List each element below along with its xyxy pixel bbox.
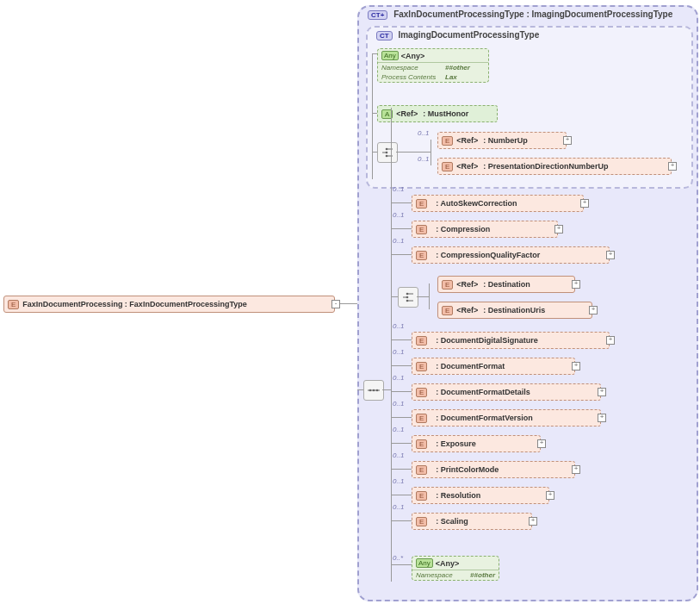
svg-point-2 — [386, 152, 388, 154]
any-top-pc-val: Lax — [445, 73, 457, 81]
occurrence: 0..1 — [393, 211, 404, 219]
connector — [429, 283, 430, 309]
svg-point-12 — [406, 296, 409, 299]
expand-icon[interactable]: + — [563, 136, 572, 145]
ct-inner-title: CT ImagingDocumentProcessingType — [376, 30, 539, 40]
connector — [391, 564, 412, 565]
element-documentformatversion: E: DocumentFormatVersion — [412, 409, 601, 427]
connector — [391, 202, 412, 203]
connector — [391, 296, 398, 297]
element-badge: E — [442, 280, 453, 290]
connector — [372, 53, 373, 179]
ref-label: <Ref> — [456, 162, 478, 171]
connector — [391, 469, 412, 470]
element-name: : CompressionQualityFactor — [436, 251, 540, 259]
element-autoskewcorrection: E: AutoSkewCorrection — [412, 195, 584, 212]
expand-icon[interactable]: - — [331, 300, 340, 308]
element-resolution: E: Resolution — [412, 487, 549, 504]
connector — [391, 108, 392, 582]
choice-compositor-inner — [377, 142, 398, 163]
expand-icon[interactable]: + — [554, 225, 563, 234]
expand-icon[interactable]: + — [537, 439, 546, 448]
element-badge: E — [416, 465, 427, 475]
element-destinationuris: E <Ref> : DestinationUris — [437, 302, 592, 319]
expand-icon[interactable]: + — [572, 465, 580, 474]
ref-label: <Ref> — [456, 136, 478, 145]
element-badge: E — [416, 336, 427, 346]
expand-icon[interactable]: + — [546, 491, 554, 500]
element-name: : PresentationDirectionNumberUp — [483, 162, 608, 171]
occurrence: 0..* — [393, 554, 403, 562]
sequence-compositor-main — [363, 380, 384, 401]
occurrence: 0..1 — [393, 237, 404, 245]
expand-icon[interactable]: + — [606, 251, 615, 259]
ct-outer-name: FaxInDocumentProcessingType : ImagingDoc… — [393, 9, 672, 19]
occurrence: 0..1 — [393, 185, 404, 193]
element-badge: E — [416, 225, 427, 234]
expand-icon[interactable]: + — [580, 199, 589, 208]
connector — [391, 417, 412, 418]
expand-icon[interactable]: + — [598, 414, 606, 422]
element-name: : Scaling — [436, 517, 468, 526]
occurrence: 0..1 — [393, 503, 404, 511]
element-badge: E — [416, 251, 427, 260]
connector — [372, 53, 377, 54]
choice-compositor-main — [398, 287, 418, 308]
element-scaling: E: Scaling — [412, 513, 532, 530]
element-badge: E — [442, 136, 453, 146]
expand-icon[interactable]: + — [606, 336, 615, 345]
element-badge: E — [8, 300, 19, 309]
element-name: : PrintColorMode — [436, 465, 499, 474]
element-documentformatdetails: E: DocumentFormatDetails — [412, 383, 601, 401]
element-badge: E — [416, 388, 427, 397]
element-name: : AutoSkewCorrection — [436, 199, 517, 208]
element-name: : DocumentDigitalSignature — [436, 336, 538, 345]
svg-point-9 — [376, 389, 379, 392]
expand-icon[interactable]: + — [668, 162, 677, 171]
expand-icon[interactable]: + — [589, 306, 598, 314]
element-name: : NumberUp — [483, 136, 528, 145]
element-name: : DocumentFormatVersion — [436, 414, 533, 422]
element-name: : DocumentFormatDetails — [436, 388, 530, 396]
element-exposure: E: Exposure — [412, 435, 541, 452]
ref-label: <Ref> — [456, 306, 478, 314]
element-name: : DestinationUris — [483, 306, 545, 314]
element-documentformat: E: DocumentFormat — [412, 358, 575, 375]
any-top-ns-val: ##other — [445, 64, 470, 72]
any-badge: Any — [381, 51, 399, 60]
connector — [396, 152, 431, 153]
expand-icon[interactable]: + — [572, 362, 580, 370]
element-presentationdirectionnumberup: E <Ref> : PresentationDirectionNumberUp — [437, 158, 672, 175]
occurrence: 0..1 — [418, 155, 429, 163]
element-name: : Destination — [483, 280, 530, 289]
any-wildcard-bottom: Any<Any> Namespace##other — [412, 556, 499, 581]
occurrence: 0..1 — [393, 451, 404, 459]
element-badge: E — [442, 306, 453, 315]
svg-point-3 — [386, 155, 388, 158]
element-documentdigitalsignature: E: DocumentDigitalSignature — [412, 332, 610, 349]
svg-point-7 — [369, 389, 372, 392]
svg-point-11 — [406, 293, 409, 296]
element-badge: E — [442, 162, 453, 171]
diagram-canvas: E FaxInDocumentProcessing : FaxInDocumen… — [0, 0, 700, 604]
any-bottom-ns-val: ##other — [470, 571, 495, 579]
expand-icon[interactable]: + — [572, 280, 580, 289]
root-element: E FaxInDocumentProcessing : FaxInDocumen… — [3, 296, 335, 313]
connector — [340, 303, 357, 304]
element-badge: E — [416, 517, 427, 526]
connector — [372, 113, 377, 114]
connector — [417, 296, 429, 297]
connector — [391, 254, 412, 255]
expand-icon[interactable]: + — [598, 388, 606, 396]
occurrence: 0..1 — [393, 426, 404, 433]
connector — [391, 365, 412, 366]
element-badge: E — [416, 491, 427, 501]
ref-label: <Ref> — [456, 280, 478, 289]
element-compressionqualityfactor: E: CompressionQualityFactor — [412, 246, 610, 264]
any-bottom-ns-key: Namespace — [416, 571, 470, 579]
occurrence: 0..1 — [418, 129, 429, 137]
occurrence: 0..1 — [393, 322, 404, 330]
expand-icon[interactable]: + — [529, 517, 537, 526]
element-name: : Exposure — [436, 439, 476, 448]
attribute-musthonor: A <Ref> : MustHonor — [377, 105, 498, 122]
